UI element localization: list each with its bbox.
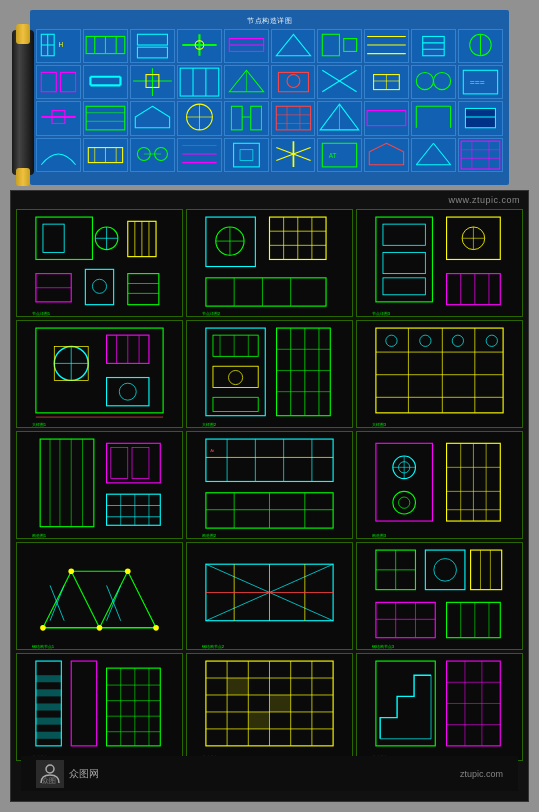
svg-point-157 [119, 383, 136, 400]
svg-rect-196 [107, 494, 161, 525]
svg-point-166 [229, 370, 243, 384]
blueprint-sheet: 节点构造详图 H === [30, 10, 509, 185]
svg-line-89 [293, 154, 310, 160]
svg-point-184 [420, 335, 431, 346]
bp-cell [271, 138, 316, 172]
bp-cell [224, 29, 269, 63]
bp-cell [36, 138, 81, 172]
bp-cell [411, 65, 456, 99]
bp-cell [271, 101, 316, 135]
svg-marker-93 [370, 143, 404, 164]
svg-rect-8 [137, 34, 167, 45]
svg-rect-302 [376, 661, 435, 746]
svg-line-95 [434, 143, 451, 164]
svg-rect-195 [132, 448, 149, 479]
svg-rect-156 [107, 378, 149, 406]
svg-text:钢结构节点2: 钢结构节点2 [201, 644, 225, 649]
svg-rect-129 [206, 278, 326, 306]
svg-point-222 [399, 497, 410, 508]
svg-rect-84 [233, 143, 259, 167]
bp-cell [411, 101, 456, 135]
bp-cell: === [458, 65, 503, 99]
svg-rect-160 [206, 328, 265, 416]
svg-rect-137 [383, 278, 425, 295]
roll-cylinder [12, 30, 34, 175]
svg-text:构造图1: 构造图1 [31, 533, 47, 538]
svg-rect-68 [367, 111, 406, 126]
svg-rect-188 [40, 439, 94, 527]
svg-point-242 [97, 625, 103, 631]
svg-text:AT: AT [329, 152, 337, 159]
svg-rect-135 [383, 224, 425, 245]
bp-cell [411, 138, 456, 172]
svg-rect-299 [270, 695, 291, 712]
svg-text:大样图3: 大样图3 [372, 422, 387, 427]
svg-rect-97 [461, 141, 500, 169]
cad-cell-r3c1: 构造图1 [16, 431, 183, 539]
svg-point-185 [452, 335, 463, 346]
svg-line-94 [416, 143, 433, 164]
bp-cell [364, 101, 409, 135]
cad-cell-r2c3: 大样图3 [356, 320, 523, 428]
svg-rect-279 [107, 668, 161, 746]
svg-line-233 [71, 571, 99, 628]
svg-text:构造图2: 构造图2 [201, 533, 217, 538]
svg-rect-142 [447, 274, 501, 305]
svg-text:节点详图1: 节点详图1 [32, 311, 51, 316]
svg-text:构造图3: 构造图3 [371, 533, 387, 538]
svg-rect-26 [41, 73, 56, 92]
cad-cell-r5c2: 基础节点2 [186, 653, 353, 761]
bp-cell [224, 138, 269, 172]
svg-text:节点详图2: 节点详图2 [202, 311, 221, 316]
svg-rect-115 [128, 274, 159, 305]
svg-rect-136 [383, 252, 425, 273]
bp-cell: H [36, 29, 81, 63]
svg-point-312 [46, 765, 54, 773]
cad-cell-r5c3: 基础节点3 [356, 653, 523, 761]
svg-text:H: H [58, 41, 63, 48]
svg-line-90 [276, 154, 293, 160]
svg-line-235 [128, 571, 156, 628]
svg-rect-276 [36, 718, 61, 725]
bp-cell [271, 29, 316, 63]
bp-cell [83, 101, 128, 135]
svg-line-87 [293, 147, 310, 153]
bp-cell [224, 101, 269, 135]
bp-cell [130, 138, 175, 172]
svg-point-114 [92, 279, 106, 293]
bp-cell [36, 101, 81, 135]
svg-rect-91 [323, 143, 357, 167]
svg-rect-298 [227, 678, 248, 695]
bp-cell [458, 101, 503, 135]
svg-text:节点详图3: 节点详图3 [372, 311, 391, 316]
blueprint-roll: 节点构造详图 H === [30, 10, 509, 185]
bp-cell [177, 29, 222, 63]
svg-point-40 [287, 75, 300, 88]
bottom-logo-bar: 众图 众图网 ztupic.com [21, 756, 518, 791]
cad-cell-r2c2: 大样图2 [186, 320, 353, 428]
svg-point-241 [40, 625, 46, 631]
bp-cell [83, 65, 128, 99]
cad-cell-r4c3: 钢结构节点3 [356, 542, 523, 650]
svg-rect-176 [376, 328, 503, 413]
svg-rect-52 [86, 107, 125, 131]
svg-rect-194 [111, 448, 128, 479]
cad-cell-r2c1: 大样图1 [16, 320, 183, 428]
svg-point-245 [125, 568, 131, 574]
svg-rect-72 [466, 109, 496, 128]
logo-right: ztupic.com [460, 769, 503, 779]
bp-cell [458, 29, 503, 63]
svg-rect-27 [61, 73, 76, 92]
bp-cell [130, 29, 175, 63]
svg-rect-216 [376, 443, 433, 521]
svg-rect-39 [278, 73, 308, 92]
svg-rect-9 [137, 47, 167, 58]
svg-rect-260 [471, 550, 502, 590]
svg-rect-16 [323, 34, 340, 55]
svg-rect-267 [447, 602, 501, 637]
svg-rect-134 [376, 217, 433, 302]
svg-point-186 [486, 335, 497, 346]
cad-cell-r1c1: 节点详图1 [16, 209, 183, 317]
roll-bottom-cap [16, 168, 30, 186]
svg-text:===: === [470, 77, 485, 87]
